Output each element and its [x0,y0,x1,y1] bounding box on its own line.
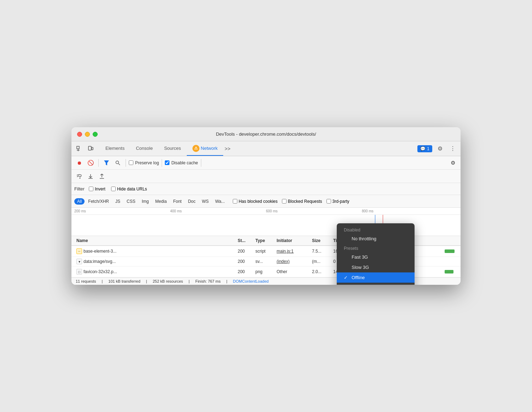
dropdown-separator [337,284,415,284]
tabs: Elements Console Sources ⚠ Network >> [100,141,417,156]
network-toolbar-1: ⏺ 🚫 Preserve log Dis [71,156,461,170]
dom-content-loaded-link[interactable]: DOMContentLoaded [233,279,269,283]
col-status[interactable]: St... [236,238,253,243]
chat-button[interactable]: 💬 1 [417,145,432,152]
export-har-button[interactable] [97,171,107,181]
svg-rect-4 [92,147,93,150]
third-party-label[interactable]: 3rd-party [326,199,349,204]
svg-line-7 [118,164,120,165]
tab-network[interactable]: ⚠ Network [187,141,224,156]
maximize-button[interactable] [93,132,98,137]
row-initiator[interactable]: main.js:1 [274,249,310,254]
type-filter-media[interactable]: Media [152,198,170,205]
filter-bar: Filter Invert Hide data URLs [71,183,461,195]
filter-button[interactable] [102,158,111,168]
svg-icon: ▾ [76,259,82,264]
minimize-button[interactable] [85,132,90,137]
type-filter-fetch-xhr[interactable]: Fetch/XHR [85,198,112,205]
type-filter-checkboxes: Has blocked cookies Blocked Requests 3rd… [233,199,349,204]
record-button[interactable]: ⏺ [74,158,84,168]
separator: | [189,279,190,283]
window-controls [77,132,98,137]
disable-cache-checkbox[interactable]: Disable cache [165,160,198,165]
inspect-element-button[interactable] [74,144,84,154]
invert-checkbox[interactable]: Invert [89,187,105,192]
svg-marker-5 [104,160,109,165]
row-type: sv... [253,259,274,264]
devtools-tools [74,144,96,154]
tab-elements[interactable]: Elements [100,141,130,156]
type-filter-row: All Fetch/XHR JS CSS Img Media Font Doc … [71,195,461,208]
hide-data-urls-checkbox[interactable]: Hide data URLs [111,187,147,192]
blocked-requests-label[interactable]: Blocked Requests [282,199,322,204]
ruler-600ms: 600 ms [266,209,362,213]
transferred-size: 101 kB transferred [108,279,140,283]
dropdown-slow-3g[interactable]: Slow 3G [337,262,415,272]
type-filter-all[interactable]: All [74,198,85,205]
type-filter-doc[interactable]: Doc [185,198,198,205]
close-button[interactable] [77,132,82,137]
import-har-button[interactable] [86,171,96,181]
requests-count: 11 requests [76,279,96,283]
row-name: ↔ base-element-3... [74,248,236,254]
col-size[interactable]: Size [310,238,331,243]
separator-1 [98,159,99,167]
has-blocked-cookies-label[interactable]: Has blocked cookies [233,199,278,204]
separator-3 [162,159,162,167]
separator: | [146,279,147,283]
filter-label: Filter [74,186,85,192]
svg-point-8 [80,177,81,178]
type-filter-js[interactable]: JS [112,198,123,205]
separator-4 [201,159,201,167]
resources-size: 252 kB resources [153,279,183,283]
content-area: ⏺ 🚫 Preserve log Dis [71,156,461,285]
finish-time: Finish: 767 ms [195,279,221,283]
separator: | [102,279,103,283]
dropdown-fast-3g[interactable]: Fast 3G [337,252,415,262]
throttle-area: ⚙ [448,158,458,168]
col-name[interactable]: Name [74,238,236,243]
tab-console[interactable]: Console [130,141,158,156]
row-type: png [253,269,274,274]
type-filter-css[interactable]: CSS [124,198,138,205]
type-filter-font[interactable]: Font [170,198,184,205]
row-type: script [253,249,274,254]
col-type[interactable]: Type [253,238,274,243]
settings-gear-button[interactable]: ⚙ [448,158,458,168]
row-name: ▾ data:image/svg... [74,259,236,264]
type-filter-ws[interactable]: WS [199,198,212,205]
settings-button[interactable]: ⚙ [435,144,445,154]
row-status: 200 [236,249,253,254]
dropdown-offline[interactable]: ✓ Offline [337,272,415,283]
type-filter-img[interactable]: Img [139,198,152,205]
waterfall-bar [445,270,453,273]
script-icon: ↔ [76,248,82,254]
row-size: (m... [310,259,331,264]
dropdown-presets-label: Presets [337,244,415,252]
col-initiator[interactable]: Initiator [274,238,310,243]
tabbar-right: 💬 1 ⚙ ⋮ [417,144,458,154]
waterfall-bar [445,249,455,253]
row-status: 200 [236,259,253,264]
dropdown-no-throttling[interactable]: No throttling [337,234,415,244]
more-tabs-button[interactable]: >> [223,146,232,152]
timeline-ruler: 200 ms 400 ms 600 ms 800 ms [71,208,461,215]
network-toolbar-2 [71,170,461,183]
throttle-dropdown: Disabled No throttling Presets Fast 3G S… [337,223,415,285]
ruler-200ms: 200 ms [74,209,170,213]
device-toolbar-button[interactable] [86,144,96,154]
more-options-button[interactable]: ⋮ [448,144,458,154]
svg-point-6 [116,161,119,164]
network-conditions-button[interactable] [74,171,84,181]
preserve-log-checkbox[interactable]: Preserve log [129,160,159,165]
search-button[interactable] [113,158,123,168]
row-initiator[interactable]: (index) [274,259,310,264]
type-filter-wasm[interactable]: Wa... [212,198,228,205]
clear-button[interactable]: 🚫 [86,158,96,168]
ruler-800ms: 800 ms [362,209,458,213]
devtools-window: DevTools - developer.chrome.com/docs/dev… [71,127,461,285]
network-warning-icon: ⚠ [192,145,200,152]
row-size: 2.0... [310,269,331,274]
tab-sources[interactable]: Sources [158,141,187,156]
svg-rect-0 [77,146,79,149]
